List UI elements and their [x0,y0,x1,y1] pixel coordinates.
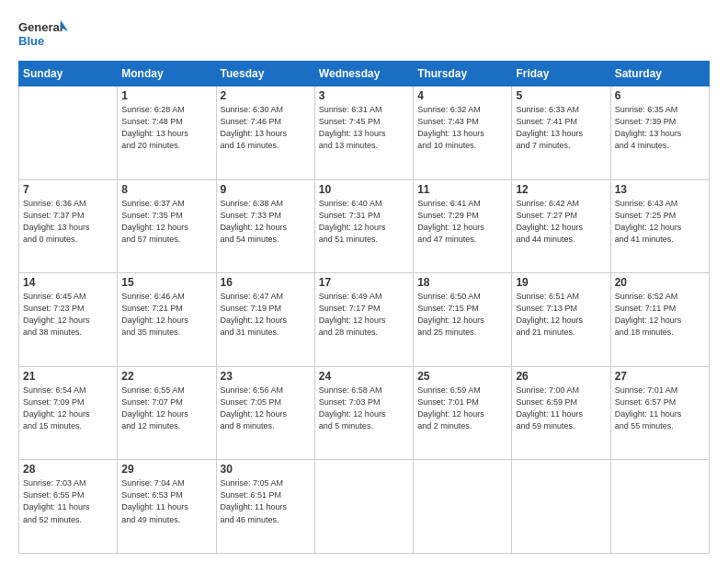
day-info: Sunrise: 6:37 AM Sunset: 7:35 PM Dayligh… [121,198,211,246]
col-header-saturday: Saturday [610,62,709,86]
day-number: 6 [615,89,705,102]
calendar-cell: 9Sunrise: 6:38 AM Sunset: 7:33 PM Daylig… [216,179,314,273]
calendar-cell: 16Sunrise: 6:47 AM Sunset: 7:19 PM Dayli… [216,273,314,367]
day-info: Sunrise: 6:50 AM Sunset: 7:15 PM Dayligh… [417,291,507,339]
calendar-cell: 19Sunrise: 6:51 AM Sunset: 7:13 PM Dayli… [512,273,610,367]
day-info: Sunrise: 7:03 AM Sunset: 6:55 PM Dayligh… [23,477,113,525]
day-info: Sunrise: 6:40 AM Sunset: 7:31 PM Dayligh… [319,198,409,246]
week-row-5: 28Sunrise: 7:03 AM Sunset: 6:55 PM Dayli… [19,460,710,554]
day-info: Sunrise: 6:51 AM Sunset: 7:13 PM Dayligh… [516,291,606,339]
week-row-3: 14Sunrise: 6:45 AM Sunset: 7:23 PM Dayli… [19,273,710,367]
day-info: Sunrise: 6:46 AM Sunset: 7:21 PM Dayligh… [121,291,211,339]
header: GeneralBlue [18,17,710,52]
day-info: Sunrise: 6:36 AM Sunset: 7:37 PM Dayligh… [23,198,113,246]
day-number: 12 [516,183,606,196]
calendar-cell: 17Sunrise: 6:49 AM Sunset: 7:17 PM Dayli… [314,273,413,367]
calendar-cell: 30Sunrise: 7:05 AM Sunset: 6:51 PM Dayli… [216,460,314,554]
logo-svg: GeneralBlue [18,17,69,52]
logo: GeneralBlue [18,17,69,52]
day-info: Sunrise: 6:47 AM Sunset: 7:19 PM Dayligh… [221,291,311,339]
calendar-cell: 2Sunrise: 6:30 AM Sunset: 7:46 PM Daylig… [216,86,314,180]
day-number: 13 [615,183,705,196]
day-info: Sunrise: 6:56 AM Sunset: 7:05 PM Dayligh… [221,385,311,432]
day-number: 22 [121,370,211,383]
day-info: Sunrise: 6:41 AM Sunset: 7:29 PM Dayligh… [417,198,507,246]
day-number: 24 [319,370,409,383]
day-info: Sunrise: 7:01 AM Sunset: 6:57 PM Dayligh… [615,385,705,432]
calendar-cell: 23Sunrise: 6:56 AM Sunset: 7:05 PM Dayli… [216,366,314,460]
calendar-cell [314,460,413,554]
day-number: 14 [23,276,113,289]
calendar-cell: 4Sunrise: 6:32 AM Sunset: 7:43 PM Daylig… [414,86,512,180]
calendar-cell: 7Sunrise: 6:36 AM Sunset: 7:37 PM Daylig… [19,179,118,273]
calendar-cell: 5Sunrise: 6:33 AM Sunset: 7:41 PM Daylig… [512,86,610,180]
day-info: Sunrise: 6:28 AM Sunset: 7:48 PM Dayligh… [121,104,211,152]
calendar-header-row: SundayMondayTuesdayWednesdayThursdayFrid… [19,62,710,86]
day-number: 18 [417,276,507,289]
calendar-cell: 21Sunrise: 6:54 AM Sunset: 7:09 PM Dayli… [19,366,118,460]
day-number: 20 [615,276,705,289]
day-number: 30 [221,463,311,476]
day-number: 4 [417,89,507,102]
svg-text:General: General [18,20,63,34]
day-number: 15 [121,276,211,289]
calendar-cell: 6Sunrise: 6:35 AM Sunset: 7:39 PM Daylig… [610,86,709,180]
day-info: Sunrise: 6:42 AM Sunset: 7:27 PM Dayligh… [516,198,606,246]
day-number: 16 [221,276,311,289]
calendar-cell: 13Sunrise: 6:43 AM Sunset: 7:25 PM Dayli… [610,179,709,273]
calendar-cell: 26Sunrise: 7:00 AM Sunset: 6:59 PM Dayli… [512,366,610,460]
day-number: 19 [516,276,606,289]
calendar-cell: 3Sunrise: 6:31 AM Sunset: 7:45 PM Daylig… [314,86,413,180]
day-number: 26 [516,370,606,383]
day-info: Sunrise: 6:58 AM Sunset: 7:03 PM Dayligh… [319,385,409,432]
day-number: 8 [121,183,211,196]
calendar-table: SundayMondayTuesdayWednesdayThursdayFrid… [18,61,710,554]
calendar-cell: 12Sunrise: 6:42 AM Sunset: 7:27 PM Dayli… [512,179,610,273]
day-number: 10 [319,183,409,196]
col-header-wednesday: Wednesday [314,62,413,86]
calendar-cell: 29Sunrise: 7:04 AM Sunset: 6:53 PM Dayli… [118,460,216,554]
week-row-2: 7Sunrise: 6:36 AM Sunset: 7:37 PM Daylig… [19,179,710,273]
calendar-cell: 10Sunrise: 6:40 AM Sunset: 7:31 PM Dayli… [314,179,413,273]
calendar-cell: 1Sunrise: 6:28 AM Sunset: 7:48 PM Daylig… [118,86,216,180]
day-info: Sunrise: 6:55 AM Sunset: 7:07 PM Dayligh… [121,385,211,432]
week-row-4: 21Sunrise: 6:54 AM Sunset: 7:09 PM Dayli… [19,366,710,460]
day-info: Sunrise: 7:00 AM Sunset: 6:59 PM Dayligh… [516,385,606,432]
day-info: Sunrise: 7:05 AM Sunset: 6:51 PM Dayligh… [221,477,311,525]
day-number: 29 [121,463,211,476]
calendar-cell: 15Sunrise: 6:46 AM Sunset: 7:21 PM Dayli… [118,273,216,367]
day-info: Sunrise: 6:52 AM Sunset: 7:11 PM Dayligh… [615,291,705,339]
day-info: Sunrise: 6:59 AM Sunset: 7:01 PM Dayligh… [417,385,507,432]
day-info: Sunrise: 6:54 AM Sunset: 7:09 PM Dayligh… [23,385,113,432]
day-number: 9 [221,183,311,196]
day-info: Sunrise: 6:43 AM Sunset: 7:25 PM Dayligh… [615,198,705,246]
calendar-cell: 27Sunrise: 7:01 AM Sunset: 6:57 PM Dayli… [610,366,709,460]
day-number: 27 [615,370,705,383]
calendar-cell: 25Sunrise: 6:59 AM Sunset: 7:01 PM Dayli… [414,366,512,460]
day-info: Sunrise: 6:31 AM Sunset: 7:45 PM Dayligh… [319,104,409,152]
calendar-cell: 22Sunrise: 6:55 AM Sunset: 7:07 PM Dayli… [118,366,216,460]
calendar-cell [19,86,118,180]
calendar-cell: 18Sunrise: 6:50 AM Sunset: 7:15 PM Dayli… [414,273,512,367]
day-info: Sunrise: 6:49 AM Sunset: 7:17 PM Dayligh… [319,291,409,339]
day-number: 11 [417,183,507,196]
day-number: 1 [121,89,211,102]
day-number: 2 [221,89,311,102]
col-header-friday: Friday [512,62,610,86]
day-number: 28 [23,463,113,476]
day-number: 23 [221,370,311,383]
day-info: Sunrise: 6:33 AM Sunset: 7:41 PM Dayligh… [516,104,606,152]
svg-text:Blue: Blue [18,34,44,48]
day-number: 17 [319,276,409,289]
calendar-cell [512,460,610,554]
day-number: 7 [23,183,113,196]
col-header-tuesday: Tuesday [216,62,314,86]
day-number: 3 [319,89,409,102]
day-info: Sunrise: 7:04 AM Sunset: 6:53 PM Dayligh… [121,477,211,525]
day-info: Sunrise: 6:45 AM Sunset: 7:23 PM Dayligh… [23,291,113,339]
calendar-cell: 8Sunrise: 6:37 AM Sunset: 7:35 PM Daylig… [118,179,216,273]
week-row-1: 1Sunrise: 6:28 AM Sunset: 7:48 PM Daylig… [19,86,710,180]
day-number: 5 [516,89,606,102]
calendar-cell [610,460,709,554]
col-header-sunday: Sunday [19,62,118,86]
